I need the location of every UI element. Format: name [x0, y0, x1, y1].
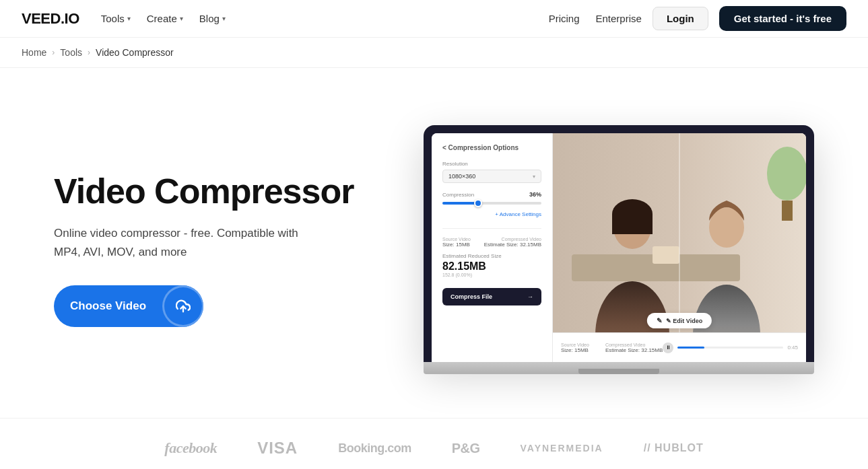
estimated-size-value: 82.15MB [442, 260, 541, 273]
breadcrumb-tools[interactable]: Tools [60, 47, 82, 58]
nav-blog[interactable]: Blog ▾ [199, 13, 226, 24]
source-label: Source Video [442, 237, 471, 242]
breadcrumb-current: Video Compressor [96, 47, 174, 58]
src-label: Source Video [561, 342, 589, 347]
comp-size: Estimate Size: 32.15MB [605, 347, 663, 353]
edit-icon: ✎ [657, 317, 662, 324]
video-background [553, 133, 806, 335]
resolution-field: Resolution 1080×360 ▾ [442, 161, 541, 183]
hero-left: Video Compressor Online video compressor… [54, 172, 354, 327]
resolution-value: 1080×360 ▾ [442, 170, 541, 183]
compress-arrow-icon: → [527, 293, 533, 300]
svg-rect-6 [612, 214, 653, 234]
time-display: 0:45 [787, 345, 798, 351]
panel-back-nav[interactable]: < Compression Options [442, 144, 541, 151]
compressed-info-item: Compressed Video Estimate Size: 32.15MB [605, 342, 663, 353]
compression-percent: 36% [529, 191, 541, 198]
logo[interactable]: VEED.IO [22, 10, 79, 28]
svg-rect-11 [782, 201, 793, 221]
brand-vayner: VAYNERMEDIA [521, 443, 603, 454]
navbar: VEED.IO Tools ▾ Create ▾ Blog ▾ Pricing … [0, 0, 868, 38]
compressed-video-info: Compressed Video Estimate Size: 32.15MB [484, 237, 541, 248]
brand-booking: Booking.com [338, 441, 411, 456]
playback-controls: ⏸ 0:45 [663, 342, 798, 353]
video-preview-svg [553, 133, 806, 335]
blog-chevron-icon: ▾ [222, 15, 226, 22]
nav-enterprise[interactable]: Enterprise [596, 13, 642, 24]
compression-label: Compression [442, 192, 474, 198]
nav-left: VEED.IO Tools ▾ Create ▾ Blog ▾ [22, 10, 226, 28]
pause-button[interactable]: ⏸ [663, 342, 673, 353]
edit-video-button[interactable]: ✎ ✎ Edit Video [647, 313, 712, 328]
nav-tools[interactable]: Tools ▾ [101, 13, 131, 24]
nav-right-links: Pricing Enterprise [549, 13, 642, 24]
laptop-wrapper: < Compression Options Resolution 1080×36… [424, 125, 814, 374]
choose-video-label: Choose Video [54, 299, 162, 313]
nav-links: Tools ▾ Create ▾ Blog ▾ [101, 13, 226, 24]
brand-visa: VISA [257, 439, 298, 458]
svg-point-10 [767, 147, 806, 201]
compression-field: Compression 36% + Advance Settings [442, 191, 541, 217]
compression-slider[interactable] [442, 202, 541, 205]
hero-title: Video Compressor [54, 172, 354, 211]
laptop-screen-inner: < Compression Options Resolution 1080×36… [432, 133, 806, 362]
tools-label: Tools [101, 13, 125, 24]
brand-facebook: facebook [164, 439, 217, 457]
estimated-label: Estimated Reduced Size [442, 253, 541, 259]
source-video-info: Source Video Size: 15MB [442, 237, 471, 248]
svg-rect-9 [653, 246, 679, 264]
nav-right: Pricing Enterprise Login Get started - i… [549, 6, 846, 31]
blog-label: Blog [199, 13, 220, 24]
resolution-dropdown-icon: ▾ [533, 174, 535, 180]
tools-chevron-icon: ▾ [127, 15, 131, 22]
create-label: Create [147, 13, 177, 24]
estimated-subtext: 152.8 (0.00%) [442, 273, 541, 277]
progress-fill [677, 347, 704, 349]
login-button[interactable]: Login [653, 7, 708, 30]
breadcrumb: Home › Tools › Video Compressor [0, 38, 868, 68]
video-preview-panel: ✎ ✎ Edit Video Source Video Size: 15MB [553, 133, 806, 362]
upload-icon [162, 285, 203, 327]
src-size: Size: 15MB [561, 347, 589, 353]
comp-label: Compressed Video [605, 342, 663, 347]
breadcrumb-home[interactable]: Home [22, 47, 46, 58]
brand-pg: P&G [452, 441, 480, 456]
choose-video-button[interactable]: Choose Video [54, 285, 203, 327]
laptop-base [424, 362, 814, 374]
nav-pricing[interactable]: Pricing [549, 13, 580, 24]
estimated-size-section: Estimated Reduced Size 82.15MB 152.8 (0.… [442, 253, 541, 277]
playback-bar: Source Video Size: 15MB Compressed Video… [553, 332, 806, 362]
laptop-screen-outer: < Compression Options Resolution 1080×36… [424, 125, 814, 362]
slider-thumb[interactable] [474, 199, 482, 207]
create-chevron-icon: ▾ [180, 15, 183, 22]
source-size: Size: 15MB [442, 242, 471, 248]
hero-section: Video Compressor Online video compressor… [0, 68, 868, 418]
video-info: Source Video Size: 15MB Compressed Video… [561, 342, 663, 353]
nav-create[interactable]: Create ▾ [147, 13, 183, 24]
progress-bar[interactable] [677, 347, 783, 349]
breadcrumb-sep-2: › [88, 48, 90, 57]
compression-options-panel: < Compression Options Resolution 1080×36… [432, 133, 553, 362]
brand-hublot: // HUBLOT [644, 442, 704, 454]
compressed-label: Compressed Video [484, 237, 541, 242]
edit-video-label: ✎ Edit Video [666, 318, 702, 324]
breadcrumb-sep-1: › [52, 48, 55, 57]
hero-description: Online video compressor - free. Compatib… [54, 224, 310, 260]
compress-btn-label: Compress File [450, 293, 492, 300]
compressed-size: Estimate Size: 32.15MB [484, 242, 541, 248]
resolution-label: Resolution [442, 161, 541, 167]
brands-section: facebook VISA Booking.com P&G VAYNERMEDI… [0, 418, 868, 469]
compress-file-button[interactable]: Compress File → [442, 288, 541, 305]
get-started-button[interactable]: Get started - it's free [719, 6, 846, 31]
resolution-text: 1080×360 [448, 173, 475, 180]
laptop-mockup: < Compression Options Resolution 1080×36… [424, 125, 814, 374]
slider-fill [442, 202, 478, 205]
source-info-item: Source Video Size: 15MB [561, 342, 589, 353]
advance-settings-link[interactable]: + Advance Settings [442, 211, 541, 217]
